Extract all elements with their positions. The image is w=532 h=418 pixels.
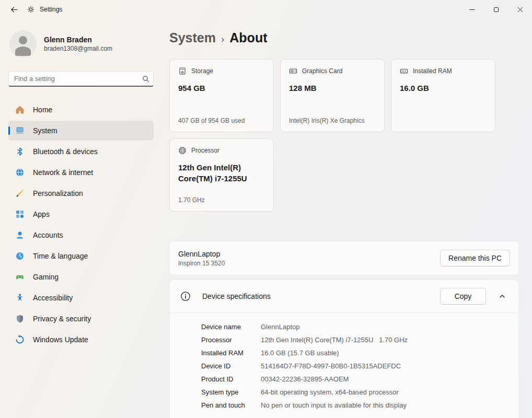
minimize-icon[interactable]: [460, 0, 484, 19]
breadcrumb: System › About: [169, 30, 519, 45]
bluetooth-icon: [15, 147, 25, 156]
page-title: About: [229, 30, 267, 45]
card-detail: 407 GB of 954 GB used: [178, 117, 265, 124]
card-detail: [400, 117, 487, 124]
device-specifications-expander[interactable]: Device specifications Copy: [170, 280, 518, 312]
installed-ram-card: Installed RAM 16.0 GB: [391, 59, 495, 132]
search-input[interactable]: [8, 71, 154, 87]
processor-card: Processor 12th Gen Intel(R) Core(TM) i7-…: [169, 138, 274, 212]
spec-label: Installed RAM: [201, 346, 261, 359]
sidebar-item-label: Time & language: [33, 252, 88, 260]
network-icon: [15, 168, 25, 177]
card-value: 16.0 GB: [400, 83, 487, 94]
sidebar-item-privacy-security[interactable]: Privacy & security: [8, 309, 154, 329]
spec-label: System type: [201, 386, 261, 399]
settings-gear-icon: [27, 6, 34, 13]
user-profile[interactable]: Glenn Braden braden1308@gmail.com: [9, 30, 154, 57]
spec-value: GlennLaptop: [261, 320, 299, 333]
sidebar-item-home[interactable]: Home: [8, 100, 154, 120]
spec-label: Pen and touch: [201, 399, 261, 412]
sidebar-item-label: Personalization: [33, 189, 83, 198]
breadcrumb-separator-icon: ›: [221, 33, 224, 45]
search-icon: [142, 75, 149, 83]
user-text: Glenn Braden braden1308@gmail.com: [44, 36, 112, 52]
card-label: Graphics Card: [302, 67, 342, 75]
sidebar-item-time-language[interactable]: Time & language: [8, 246, 154, 266]
card-detail: 1.70 GHz: [178, 196, 265, 204]
spec-row-processor: Processor 12th Gen Intel(R) Core(TM) i7-…: [201, 333, 510, 346]
ram-icon: [400, 67, 408, 75]
spec-value: 16.0 GB (15.7 GB usable): [261, 346, 339, 359]
processor-icon: [178, 146, 187, 155]
specs-table: Device name GlennLaptop Processor 12th G…: [170, 313, 518, 415]
sidebar-item-label: System: [33, 126, 57, 135]
sidebar-item-accessibility[interactable]: Accessibility: [8, 288, 154, 308]
card-detail: Intel(R) Iris(R) Xe Graphics: [289, 117, 376, 124]
accessibility-icon: [15, 293, 25, 303]
graphics-card-icon: [289, 67, 297, 75]
user-email: braden1308@gmail.com: [44, 45, 112, 52]
spec-value: 12th Gen Intel(R) Core(TM) i7-1255U 1.70…: [261, 333, 408, 346]
sidebar: Glenn Braden braden1308@gmail.com Home S…: [0, 19, 162, 418]
close-icon[interactable]: [508, 0, 532, 19]
card-label: Storage: [191, 67, 213, 75]
apps-icon: [15, 210, 25, 219]
card-value: 12th Gen Intel(R) Core(TM) i7-1255U: [178, 162, 265, 184]
privacy-security-icon: [15, 314, 25, 323]
rename-pc-button[interactable]: Rename this PC: [440, 250, 510, 266]
windows-update-icon: [15, 335, 25, 344]
maximize-icon[interactable]: [484, 0, 508, 19]
card-value: 128 MB: [289, 83, 376, 94]
spec-row-product-id: Product ID 00342-22236-32895-AAOEM: [201, 373, 510, 386]
sidebar-item-label: Accounts: [33, 231, 63, 239]
back-arrow-icon: [10, 6, 18, 14]
sidebar-item-label: Windows Update: [33, 335, 88, 344]
device-name-panel: GlennLaptop Inspiron 15 3520 Rename this…: [169, 241, 519, 275]
copy-button[interactable]: Copy: [440, 288, 486, 305]
sidebar-item-windows-update[interactable]: Windows Update: [8, 330, 154, 350]
spec-row-installed-ram: Installed RAM 16.0 GB (15.7 GB usable): [201, 346, 510, 359]
sidebar-item-label: Accessibility: [33, 294, 73, 302]
card-label: Processor: [191, 147, 219, 154]
spec-label: Processor: [201, 333, 261, 346]
sidebar-item-gaming[interactable]: Gaming: [8, 267, 154, 287]
storage-icon: [178, 67, 187, 75]
home-icon: [15, 105, 25, 114]
back-button[interactable]: [4, 2, 24, 17]
sidebar-item-network-internet[interactable]: Network & internet: [8, 162, 154, 182]
spec-row-device-id: Device ID 514164D7-F78D-4997-B0B0-1B5315…: [201, 359, 510, 373]
sidebar-item-label: Home: [33, 106, 52, 114]
sidebar-item-personalization[interactable]: Personalization: [8, 183, 154, 203]
device-info: GlennLaptop Inspiron 15 3520: [178, 250, 225, 267]
search-box: [8, 71, 154, 87]
device-model: Inspiron 15 3520: [178, 260, 225, 267]
spec-value: No pen or touch input is available for t…: [261, 399, 407, 412]
sidebar-item-label: Gaming: [33, 273, 59, 281]
sidebar-item-label: Network & internet: [33, 168, 93, 177]
sidebar-item-label: Privacy & security: [33, 315, 91, 323]
spec-label: Product ID: [201, 373, 261, 386]
person-avatar-icon: [9, 30, 37, 57]
personalization-icon: [15, 189, 25, 198]
sidebar-item-bluetooth-devices[interactable]: Bluetooth & devices: [8, 142, 154, 161]
card-label: Installed RAM: [413, 67, 452, 75]
graphics-card-card: Graphics Card 128 MB Intel(R) Iris(R) Xe…: [280, 59, 385, 132]
spec-label: Device ID: [201, 359, 261, 373]
titlebar: Settings: [0, 0, 532, 19]
spec-value: 514164D7-F78D-4997-B0B0-1B5315ADEFDC: [261, 359, 401, 373]
sidebar-item-system[interactable]: System: [8, 121, 154, 141]
chevron-up-icon[interactable]: [494, 288, 510, 304]
device-specifications-panel: Device specifications Copy Device name G…: [169, 280, 519, 418]
spec-row-system-type: System type 64-bit operating system, x64…: [201, 386, 510, 399]
gaming-icon: [15, 272, 25, 282]
breadcrumb-system[interactable]: System: [169, 30, 216, 45]
card-value: 954 GB: [178, 83, 265, 94]
summary-cards: Storage 954 GB 407 GB of 954 GB used Gra…: [169, 59, 519, 212]
sidebar-item-apps[interactable]: Apps: [8, 204, 154, 224]
user-name: Glenn Braden: [44, 36, 112, 44]
info-icon: [180, 291, 191, 301]
sidebar-item-accounts[interactable]: Accounts: [8, 225, 154, 245]
storage-card: Storage 954 GB 407 GB of 954 GB used: [169, 59, 274, 132]
specs-title: Device specifications: [202, 292, 271, 300]
main-content: System › About Storage 954 GB 407 GB of …: [169, 19, 519, 418]
